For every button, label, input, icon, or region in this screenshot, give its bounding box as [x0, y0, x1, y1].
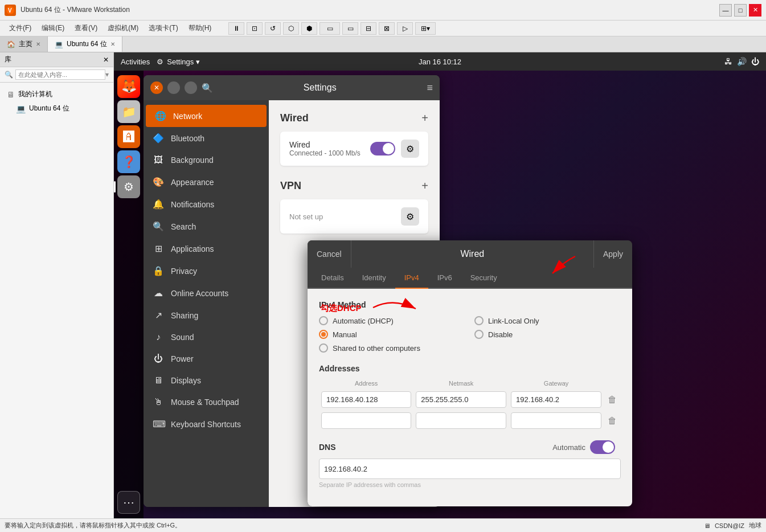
dns-header: DNS Automatic — [319, 440, 621, 454]
menu-file[interactable]: 文件(F) — [5, 22, 36, 34]
settings-max-button[interactable] — [185, 81, 197, 94]
nav-sharing[interactable]: ↗ Sharing — [144, 304, 269, 326]
dock-appstore[interactable]: 🅰 — [117, 125, 140, 148]
maximize-button[interactable]: □ — [734, 4, 747, 17]
vpn-add-button[interactable]: + — [421, 179, 428, 193]
toolbar-icon-6[interactable]: ▭ — [319, 22, 340, 35]
tab-ubuntu-close[interactable]: ✕ — [110, 41, 115, 47]
toolbar-icon-11[interactable]: ⊞▾ — [415, 22, 436, 35]
netmask-input-1[interactable] — [416, 391, 506, 408]
close-button[interactable]: ✕ — [749, 4, 761, 17]
power-systray-icon[interactable]: ⏻ — [751, 57, 759, 66]
minimize-button[interactable]: — — [719, 4, 732, 17]
nav-mouse[interactable]: 🖱 Mouse & Touchpad — [144, 391, 269, 413]
gateway-input-1[interactable] — [511, 391, 601, 408]
dock-help[interactable]: ❓ — [117, 150, 140, 173]
dock-settings[interactable]: ⚙ — [117, 175, 140, 198]
dns-section: DNS Automatic Separate IP addresses with… — [319, 440, 621, 488]
address-input-1[interactable] — [321, 391, 411, 408]
netmask-input-2[interactable] — [416, 412, 506, 429]
nav-sound[interactable]: ♪ Sound — [144, 326, 269, 348]
sidebar-close-icon[interactable]: ✕ — [103, 56, 109, 64]
toolbar-icon-4[interactable]: ⬡ — [283, 22, 299, 35]
files-icon: 📁 — [122, 105, 136, 118]
keyboard-nav-icon: ⌨ — [153, 419, 164, 429]
wired-gear-button[interactable]: ⚙ — [401, 140, 419, 158]
radio-shared[interactable]: Shared to other computers — [319, 343, 465, 353]
settings-close-button[interactable]: ✕ — [150, 81, 163, 94]
radio-manual[interactable]: Manual — [319, 330, 465, 339]
settings-menu-button[interactable]: Settings ▾ — [167, 58, 200, 66]
wired-add-button[interactable]: + — [421, 112, 428, 125]
statusbar-icon-2: CSDN@IZ — [715, 522, 744, 529]
menu-tab[interactable]: 选项卡(T) — [144, 22, 182, 34]
nav-displays[interactable]: 🖥 Displays — [144, 370, 269, 391]
wired-apply-button[interactable]: Apply — [593, 240, 632, 268]
vpn-gear-button[interactable]: ⚙ — [401, 207, 419, 226]
wired-toggle[interactable] — [370, 142, 395, 155]
nav-background[interactable]: 🖼 Background — [144, 149, 269, 171]
dns-input[interactable] — [324, 465, 616, 473]
toolbar-icon-9[interactable]: ⊠ — [379, 22, 395, 35]
wired-tab-identity[interactable]: Identity — [353, 268, 395, 289]
address-input-2[interactable] — [321, 412, 411, 429]
menu-view[interactable]: 查看(V) — [70, 22, 102, 34]
settings-min-button[interactable] — [167, 81, 180, 94]
toolbar-icon-2[interactable]: ⊡ — [247, 22, 263, 35]
nav-keyboard[interactable]: ⌨ Keyboard Shortcuts — [144, 413, 269, 435]
tab-home-close[interactable]: ✕ — [36, 41, 40, 47]
mouse-nav-icon: 🖱 — [153, 397, 164, 407]
radio-automatic-dhcp[interactable]: Automatic (DHCP) — [319, 316, 465, 325]
tab-home[interactable]: 🏠 主页 ✕ — [0, 36, 48, 52]
tab-ubuntu[interactable]: 💻 Ubuntu 64 位 ✕ — [48, 36, 122, 52]
settings-search-icon[interactable]: 🔍 — [202, 83, 213, 93]
radio-disable[interactable]: Disable — [474, 330, 621, 339]
menu-edit[interactable]: 编辑(E) — [37, 22, 69, 34]
wired-tab-ipv4[interactable]: IPv4 — [395, 268, 428, 289]
nav-bluetooth[interactable]: 🔷 Bluetooth — [144, 127, 269, 149]
delete-row-2-button[interactable]: 🗑 — [604, 410, 621, 431]
settings-menu-hamburger[interactable]: ≡ — [427, 82, 433, 94]
toolbar-icon-7[interactable]: ▭ — [342, 22, 358, 35]
toolbar-icon-10[interactable]: ▷ — [397, 22, 413, 35]
menu-help[interactable]: 帮助(H) — [184, 22, 216, 34]
vpn-section-header: VPN + — [280, 179, 428, 193]
radio-automatic-dhcp-circle — [319, 316, 328, 325]
tree-item-ubuntu[interactable]: 💻 Ubuntu 64 位 — [0, 101, 113, 116]
nav-keyboard-label: Keyboard Shortcuts — [171, 420, 241, 429]
network-systray-icon[interactable]: 🖧 — [724, 57, 732, 66]
gateway-input-2[interactable] — [511, 412, 601, 429]
radio-link-local[interactable]: Link-Local Only — [474, 316, 621, 325]
delete-row-1-button[interactable]: 🗑 — [604, 389, 621, 410]
nav-search[interactable]: 🔍 Search — [144, 215, 269, 238]
volume-systray-icon[interactable]: 🔊 — [737, 57, 747, 66]
wired-cancel-button[interactable]: Cancel — [308, 240, 351, 268]
dns-automatic-toggle[interactable] — [590, 440, 615, 454]
nav-power[interactable]: ⏻ Power — [144, 348, 269, 370]
wired-tab-details[interactable]: Details — [312, 268, 353, 289]
search-input[interactable] — [15, 69, 105, 80]
wired-tab-ipv6[interactable]: IPv6 — [428, 268, 461, 289]
dropdown-icon[interactable]: ▾ — [105, 71, 109, 79]
vpn-empty-label: Not set up — [289, 212, 401, 221]
dock-files[interactable]: 📁 — [117, 100, 140, 123]
nav-applications[interactable]: ⊞ Applications — [144, 238, 269, 260]
activities-button[interactable]: Activities — [121, 58, 150, 66]
vmware-sidebar: 库 ✕ 🔍 ▾ 🖥 我的计算机 💻 Ubuntu 64 位 — [0, 52, 114, 518]
dock-firefox[interactable]: 🦊 — [117, 75, 140, 98]
nav-privacy[interactable]: 🔒 Privacy — [144, 260, 269, 282]
toolbar-icon-5[interactable]: ⬢ — [301, 22, 317, 35]
pause-icon[interactable]: ⏸ — [228, 22, 244, 35]
nav-network[interactable]: 🌐 Network — [146, 105, 267, 127]
tree-item-mycomputer[interactable]: 🖥 我的计算机 — [0, 87, 113, 101]
toolbar-icon-8[interactable]: ⊟ — [361, 22, 376, 35]
background-nav-icon: 🖼 — [153, 155, 164, 165]
dock-apps[interactable]: ⋯ — [117, 491, 140, 514]
vmware-logo: V — [5, 5, 16, 16]
nav-notifications[interactable]: 🔔 Notifications — [144, 193, 269, 215]
nav-appearance[interactable]: 🎨 Appearance — [144, 171, 269, 193]
menu-vm[interactable]: 虚拟机(M) — [103, 22, 143, 34]
wired-tab-security[interactable]: Security — [461, 268, 506, 289]
nav-online-accounts[interactable]: ☁ Online Accounts — [144, 282, 269, 304]
toolbar-icon-3[interactable]: ↺ — [265, 22, 281, 35]
